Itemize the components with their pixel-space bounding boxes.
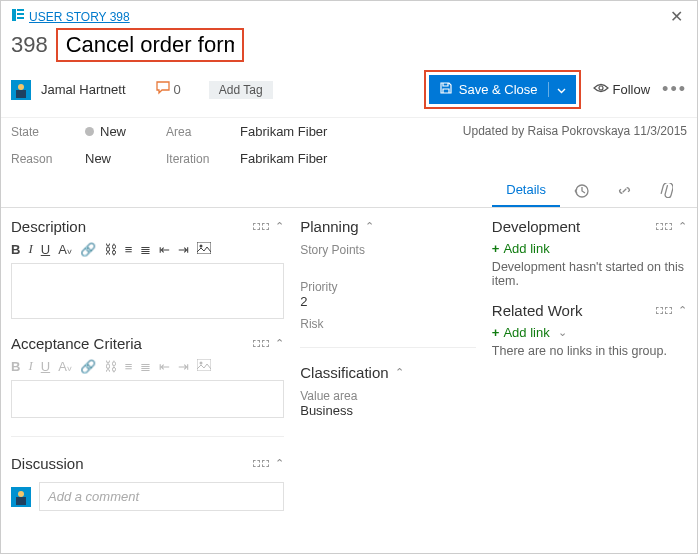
svg-point-5 xyxy=(18,84,24,90)
save-and-close-button[interactable]: Save & Close xyxy=(429,75,576,104)
expand-icon[interactable] xyxy=(656,307,672,314)
add-link-related[interactable]: +Add link⌄ xyxy=(492,325,687,340)
acceptance-heading: Acceptance Criteria xyxy=(11,335,142,352)
chevron-up-icon[interactable]: ⌃ xyxy=(275,457,284,470)
save-button-label: Save & Close xyxy=(459,82,538,97)
discussion-heading: Discussion xyxy=(11,455,84,472)
svg-rect-11 xyxy=(197,359,211,371)
comment-icon xyxy=(156,81,170,98)
area-value[interactable]: Fabrikam Fiber xyxy=(240,124,327,139)
iteration-value[interactable]: Fabrikam Fiber xyxy=(240,151,327,166)
acceptance-toolbar[interactable]: BIUAᵥ🔗⛓≡≣⇤⇥ xyxy=(11,352,284,380)
assignee-name[interactable]: Jamal Hartnett xyxy=(41,82,126,97)
tab-details[interactable]: Details xyxy=(492,174,560,207)
story-points-label: Story Points xyxy=(300,243,476,257)
follow-button[interactable]: Follow xyxy=(593,82,651,97)
link-icon xyxy=(617,183,632,198)
svg-rect-2 xyxy=(17,13,24,15)
title-field[interactable] xyxy=(60,30,240,60)
chevron-up-icon[interactable]: ⌃ xyxy=(395,366,404,379)
expand-icon[interactable] xyxy=(656,223,672,230)
chevron-up-icon[interactable]: ⌃ xyxy=(275,220,284,233)
chevron-up-icon[interactable]: ⌃ xyxy=(678,304,687,317)
value-area-value[interactable]: Business xyxy=(300,403,476,418)
reason-label: Reason xyxy=(11,152,65,166)
reason-value[interactable]: New xyxy=(85,151,111,166)
svg-rect-3 xyxy=(17,17,24,19)
svg-point-7 xyxy=(599,86,603,90)
eye-icon xyxy=(593,82,609,97)
svg-rect-6 xyxy=(16,90,26,98)
story-points-value[interactable] xyxy=(300,257,476,272)
chevron-down-icon: ⌄ xyxy=(558,326,567,339)
more-actions-button[interactable]: ••• xyxy=(662,79,687,100)
avatar xyxy=(11,487,31,507)
history-icon xyxy=(574,183,589,198)
chevron-up-icon[interactable]: ⌃ xyxy=(678,220,687,233)
image-icon[interactable] xyxy=(197,242,211,257)
breadcrumb-link[interactable]: USER STORY 398 xyxy=(29,10,130,24)
save-icon xyxy=(439,81,453,98)
add-link-development[interactable]: +Add link xyxy=(492,241,687,256)
value-area-label: Value area xyxy=(300,389,476,403)
state-label: State xyxy=(11,125,65,139)
attachment-icon xyxy=(660,183,673,198)
follow-label: Follow xyxy=(613,82,651,97)
close-icon[interactable]: ✕ xyxy=(666,7,687,26)
priority-value[interactable]: 2 xyxy=(300,294,476,309)
expand-icon[interactable] xyxy=(253,460,269,467)
development-empty-text: Development hasn't started on this item. xyxy=(492,260,687,288)
add-tag-button[interactable]: Add Tag xyxy=(209,81,273,99)
tab-attachments[interactable] xyxy=(646,174,687,207)
svg-point-14 xyxy=(18,491,24,497)
risk-label: Risk xyxy=(300,317,476,331)
svg-rect-15 xyxy=(16,497,26,505)
chevron-down-icon[interactable] xyxy=(548,82,566,97)
planning-heading: Planning xyxy=(300,218,358,235)
comment-input[interactable]: Add a comment xyxy=(39,482,284,511)
state-value[interactable]: New xyxy=(85,124,126,139)
expand-icon[interactable] xyxy=(253,340,269,347)
comment-count-value: 0 xyxy=(174,82,181,97)
priority-label: Priority xyxy=(300,280,476,294)
chevron-up-icon[interactable]: ⌃ xyxy=(275,337,284,350)
image-icon[interactable] xyxy=(197,359,211,374)
classification-heading: Classification xyxy=(300,364,388,381)
plus-icon: + xyxy=(492,325,500,340)
chevron-up-icon[interactable]: ⌃ xyxy=(365,220,374,233)
svg-rect-0 xyxy=(12,9,16,21)
development-heading: Development xyxy=(492,218,580,235)
tab-links[interactable] xyxy=(603,174,646,207)
iteration-label: Iteration xyxy=(166,152,220,166)
description-toolbar[interactable]: BIUAᵥ🔗⛓≡≣⇤⇥ xyxy=(11,235,284,263)
comments-count[interactable]: 0 xyxy=(156,81,181,98)
description-editor[interactable] xyxy=(11,263,284,319)
svg-point-10 xyxy=(200,244,203,247)
description-heading: Description xyxy=(11,218,86,235)
related-work-heading: Related Work xyxy=(492,302,583,319)
avatar xyxy=(11,80,31,100)
area-label: Area xyxy=(166,125,220,139)
tab-history[interactable] xyxy=(560,174,603,207)
acceptance-editor[interactable] xyxy=(11,380,284,418)
svg-rect-1 xyxy=(17,9,24,11)
related-empty-text: There are no links in this group. xyxy=(492,344,687,358)
expand-icon[interactable] xyxy=(253,223,269,230)
work-item-id: 398 xyxy=(11,32,48,58)
svg-point-12 xyxy=(200,361,203,364)
svg-rect-9 xyxy=(197,242,211,254)
plus-icon: + xyxy=(492,241,500,256)
updated-by-text: Updated by Raisa Pokrovskaya 11/3/2015 xyxy=(463,124,687,166)
user-story-icon xyxy=(11,8,25,25)
